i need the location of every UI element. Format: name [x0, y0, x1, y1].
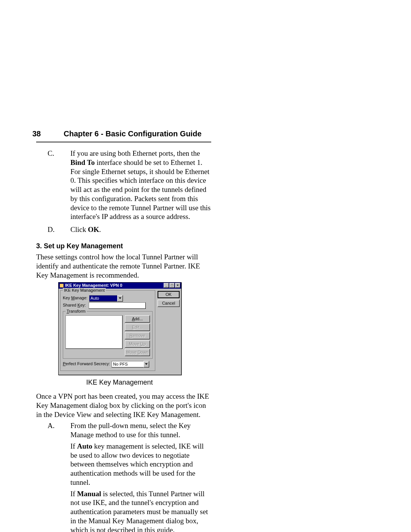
list-content: If you are using both Ethernet ports, th…	[70, 149, 211, 224]
body-column: C. If you are using both Ethernet ports,…	[36, 149, 211, 532]
transform-listbox[interactable]	[65, 315, 123, 349]
shared-key-input[interactable]	[89, 302, 146, 309]
list-marker: D.	[36, 225, 70, 236]
chevron-down-icon[interactable]	[143, 361, 149, 367]
list-marker: A.	[36, 421, 70, 532]
document-page: 38 Chapter 6 - Basic Configuration Guide…	[0, 0, 411, 532]
move-down-button[interactable]: Move Down	[125, 349, 150, 356]
text: interface should be set to Ethernet 1. F…	[70, 158, 210, 221]
app-icon	[59, 283, 64, 288]
list-item-c: C. If you are using both Ethernet ports,…	[36, 149, 211, 224]
paragraph: If Auto key management is selected, IKE …	[70, 442, 211, 487]
titlebar-text: IKE Key Management: VPN 0	[65, 283, 164, 288]
text: .	[99, 225, 101, 233]
list-marker: C.	[36, 149, 70, 224]
svg-marker-2	[145, 363, 148, 365]
chevron-down-icon[interactable]	[117, 295, 123, 302]
groupbox-title: Transform	[65, 309, 87, 314]
list-content: Click OK.	[70, 225, 211, 236]
list-item-d: D. Click OK.	[36, 225, 211, 236]
bold-text: Bind To	[70, 158, 95, 166]
ike-groupbox: IKE Key Management Key Manage: Auto	[60, 290, 155, 371]
close-button[interactable]: ×	[175, 283, 180, 288]
paragraph: Once a VPN port has been created, you ma…	[36, 392, 211, 419]
dialog-screenshot: IKE Key Management: VPN 0 _ □ × IKE Key …	[58, 282, 211, 375]
paragraph: From the pull-down menu, select the Key …	[70, 421, 211, 439]
transform-groupbox: Transform Add... Edit	[63, 311, 153, 359]
ok-button[interactable]: OK	[158, 291, 180, 298]
figure-caption: IKE Key Management	[58, 378, 181, 387]
paragraph: If Manual is selected, this Tunnel Partn…	[70, 489, 211, 532]
section-intro: These settings control how the local Tun…	[36, 252, 211, 280]
text: If you are using both Ethernet ports, th…	[70, 149, 200, 157]
list-item-a: A. From the pull-down menu, select the K…	[36, 421, 211, 532]
chapter-title: Chapter 6 - Basic Configuration Guide	[64, 129, 201, 138]
maximize-button[interactable]: □	[169, 283, 175, 288]
cancel-button[interactable]: Cancel	[158, 300, 180, 307]
groupbox-title: IKE Key Management	[63, 288, 106, 293]
list-content: From the pull-down menu, select the Key …	[70, 421, 211, 532]
text: Click	[70, 225, 88, 233]
key-manage-combo[interactable]: Auto	[89, 295, 123, 302]
key-manage-label: Key Manage:	[63, 296, 88, 301]
move-up-button[interactable]: Move Up	[125, 340, 150, 348]
section-heading: 3. Set up Key Management	[36, 242, 211, 251]
ike-dialog: IKE Key Management: VPN 0 _ □ × IKE Key …	[58, 282, 182, 375]
pfs-combo[interactable]: No PFS	[112, 361, 149, 367]
remove-button[interactable]: Remove	[125, 332, 150, 339]
header-rule	[36, 141, 211, 143]
minimize-button[interactable]: _	[164, 283, 169, 288]
bold-text: OK	[88, 225, 99, 233]
page-number: 38	[32, 129, 41, 138]
add-button[interactable]: Add...	[125, 315, 150, 323]
edit-button[interactable]: Edit...	[125, 324, 150, 331]
pfs-label: Perfect Forward Secrecy:	[63, 361, 110, 367]
key-manage-value[interactable]: Auto	[89, 295, 117, 302]
pfs-value[interactable]: No PFS	[112, 361, 143, 367]
page-header: 38 Chapter 6 - Basic Configuration Guide	[32, 129, 375, 138]
shared-key-label: Shared Key:	[63, 303, 87, 308]
svg-rect-0	[60, 284, 64, 288]
svg-marker-1	[119, 297, 121, 299]
